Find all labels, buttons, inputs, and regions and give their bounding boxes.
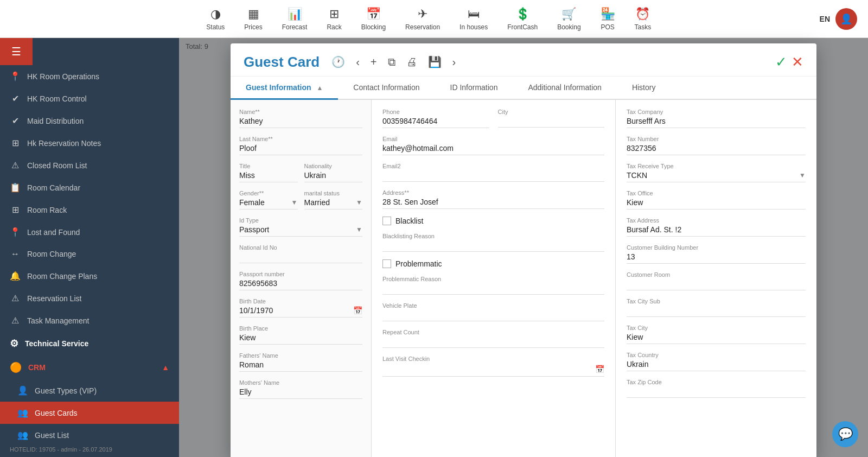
- sidebar-item-room-cal[interactable]: 📋 Room Calendar: [0, 176, 179, 199]
- sidebar-item-hk-room-ctrl[interactable]: ✔ HK Room Control: [0, 87, 179, 110]
- problematic-label: Problemmatic: [395, 259, 442, 268]
- fathersname-value[interactable]: Roman: [239, 360, 362, 372]
- nav-item-forecast[interactable]: 📊 Forecast: [272, 7, 317, 31]
- sidebar-item-hk-res-notes[interactable]: ⊞ Hk Reservation Notes: [0, 132, 179, 154]
- sidebar-item-task-mgmt[interactable]: ⚠ Task Management: [0, 309, 179, 332]
- nav-item-tasks[interactable]: ⏰ Tasks: [625, 7, 661, 31]
- hamburger-button[interactable]: ☰: [0, 38, 33, 65]
- sidebar-item-room-rack[interactable]: ⊞ Room Rack: [0, 199, 179, 221]
- marital-select[interactable]: Married ▼: [304, 198, 363, 210]
- user-avatar[interactable]: 👤: [835, 8, 857, 30]
- sidebar-item-room-change-plans[interactable]: 🔔 Room Change Plans: [0, 265, 179, 287]
- sidebar-group-technical[interactable]: ⚙ Technical Service: [0, 332, 179, 356]
- email2-value[interactable]: [382, 171, 604, 182]
- mothersname-label: Mothers' Name: [239, 379, 362, 386]
- customer-building-value[interactable]: 13: [627, 252, 806, 264]
- gender-label: Gender**: [239, 190, 298, 196]
- tab-additional-info[interactable]: Additional Information: [513, 77, 616, 100]
- tax-city-label: Tax City: [627, 325, 806, 331]
- phone-value[interactable]: 0035984746464: [382, 117, 489, 128]
- city-value[interactable]: [498, 117, 605, 128]
- nav-item-prices[interactable]: ▦ Prices: [234, 7, 272, 31]
- title-nationality-row: Title Miss Nationality Ukrain: [239, 163, 362, 182]
- history-button[interactable]: 🕐: [328, 53, 348, 71]
- repeat-count-label: Repeat Count: [382, 329, 604, 335]
- tab-guest-info[interactable]: Guest Information ▲: [231, 77, 338, 100]
- tax-city-sub-value[interactable]: [627, 306, 806, 317]
- tab-contact-info[interactable]: Contact Information: [338, 77, 435, 100]
- customer-building-label: Customer Building Number: [627, 244, 806, 251]
- sidebar-item-guest-cards[interactable]: 👥 Guest Cards: [0, 402, 179, 424]
- nav-item-inhouses[interactable]: 🛏 In houses: [450, 7, 497, 31]
- name-value[interactable]: Kathey: [239, 117, 362, 128]
- blacklist-reason-value[interactable]: [382, 241, 604, 252]
- gender-select[interactable]: Female ▼: [239, 198, 298, 210]
- tax-city-value[interactable]: Kiew: [627, 333, 806, 344]
- chat-bubble[interactable]: 💬: [832, 421, 858, 447]
- last-visit-calendar-icon[interactable]: 📅: [595, 365, 604, 373]
- print-button[interactable]: 🖨: [403, 54, 420, 71]
- nav-item-rack[interactable]: ⊞ Rack: [317, 7, 351, 31]
- copy-button[interactable]: ⧉: [385, 54, 399, 71]
- nav-item-blocking[interactable]: 📅 Blocking: [352, 7, 395, 31]
- save-button[interactable]: 💾: [425, 53, 445, 71]
- tax-zip-value[interactable]: [627, 387, 806, 398]
- nav-item-status[interactable]: ◑ Status: [196, 7, 234, 31]
- nationality-value[interactable]: Ukrain: [304, 171, 363, 182]
- idtype-field-group: Id Type Passport ▼: [239, 217, 362, 237]
- repeat-count-value[interactable]: [382, 337, 604, 348]
- title-value[interactable]: Miss: [239, 171, 298, 182]
- tax-receive-dropdown-icon: ▼: [799, 172, 806, 179]
- tax-company-label: Tax Company: [627, 109, 806, 115]
- sidebar-item-room-change[interactable]: ↔ Room Change: [0, 243, 179, 265]
- tab-id-info[interactable]: ID Information: [435, 77, 513, 100]
- sidebar-item-reservation-list[interactable]: ⚠ Reservation List: [0, 287, 179, 309]
- birthplace-value[interactable]: Kiew: [239, 333, 362, 345]
- tax-country-value[interactable]: Ukrain: [627, 360, 806, 371]
- people-icon: 👥: [17, 408, 28, 418]
- problematic-reason-value[interactable]: [382, 284, 604, 295]
- tax-number-value[interactable]: 8327356: [627, 144, 806, 155]
- address-value[interactable]: 28 St. Sen Josef: [382, 198, 604, 209]
- tax-company-value[interactable]: Bursefff Ars: [627, 117, 806, 128]
- mothersname-value[interactable]: Elly: [239, 388, 362, 399]
- nav-label-frontcash: FrontCash: [507, 23, 538, 31]
- passport-value[interactable]: 825695683: [239, 279, 362, 290]
- nav-item-reservation[interactable]: ✈ Reservation: [395, 7, 450, 31]
- tax-address-value[interactable]: Bursaf Ad. St. !2: [627, 225, 806, 237]
- add-button[interactable]: +: [367, 54, 380, 71]
- email-value[interactable]: kathey@hotmail.com: [382, 144, 604, 155]
- nav-item-pos[interactable]: 🏪 POS: [591, 7, 625, 31]
- next-button[interactable]: ›: [449, 54, 459, 71]
- tax-receive-type-select[interactable]: TCKN ▼: [627, 171, 806, 182]
- birthdate-value[interactable]: 10/1/1970: [239, 306, 273, 315]
- sidebar-item-lost-found[interactable]: 📍 Lost and Found: [0, 221, 179, 243]
- crm-icon: 🟠: [10, 361, 22, 373]
- nav-item-booking[interactable]: 🛒 Booking: [547, 7, 590, 31]
- vehicle-plate-value[interactable]: [382, 310, 604, 321]
- sidebar-item-closed-room[interactable]: ⚠ Closed Room List: [0, 154, 179, 176]
- sidebar-group-crm[interactable]: 🟠 CRM ▲: [0, 356, 179, 379]
- sidebar-label-guest-list: Guest List: [35, 431, 69, 440]
- nav-item-frontcash[interactable]: 💲 FrontCash: [497, 7, 547, 31]
- sidebar-item-hk-room-ops[interactable]: 📍 HK Room Operations: [0, 65, 179, 87]
- prev-button[interactable]: ‹: [353, 54, 363, 71]
- last-visit-group: Last Visit Checkin 📅: [382, 356, 604, 377]
- confirm-button[interactable]: ✓: [775, 54, 787, 71]
- calendar-picker-icon[interactable]: 📅: [353, 306, 362, 315]
- sidebar-item-maid-dist[interactable]: ✔ Maid Distribution: [0, 110, 179, 132]
- tax-company-group: Tax Company Bursefff Ars: [627, 109, 806, 128]
- lastname-value[interactable]: Ploof: [239, 144, 362, 155]
- blacklist-checkbox[interactable]: [382, 217, 391, 225]
- sidebar-label-hk-room-ctrl: HK Room Control: [27, 94, 87, 103]
- tax-office-value[interactable]: Kiew: [627, 198, 806, 210]
- phone-label: Phone: [382, 109, 489, 115]
- problematic-checkbox[interactable]: [382, 259, 391, 268]
- idtype-select[interactable]: Passport ▼: [239, 225, 362, 237]
- language-button[interactable]: EN: [820, 15, 830, 23]
- sidebar-item-guest-types[interactable]: 👤 Guest Types (VIP): [0, 379, 179, 402]
- tab-history[interactable]: History: [617, 77, 671, 100]
- nationalid-value[interactable]: [239, 252, 362, 263]
- close-button[interactable]: ✕: [792, 54, 803, 71]
- customer-room-value[interactable]: [627, 280, 806, 290]
